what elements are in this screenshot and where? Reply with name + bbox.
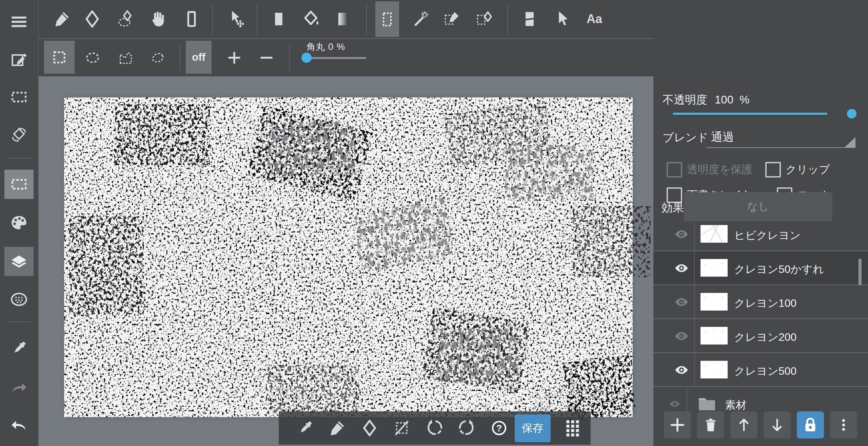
opacity-slider-thumb[interactable]: [847, 109, 856, 118]
sidebar-item-select-tool-active[interactable]: [4, 170, 34, 199]
layer-row[interactable]: クレヨン50かすれ: [653, 251, 868, 285]
checkbox-label: 透明度を保護: [687, 162, 752, 177]
marquee-icon: [10, 175, 28, 193]
tool-cursor[interactable]: [553, 10, 570, 28]
tool-frame[interactable]: [183, 10, 200, 28]
redo-button[interactable]: [10, 378, 28, 396]
sidebar-item-layers-active[interactable]: [4, 247, 34, 276]
layer-list-content: ヒビクレヨン クレヨン50かすれ クレヨン100 クレヨン200: [653, 223, 868, 411]
toolbar-divider: [366, 4, 367, 35]
zoom-in-button[interactable]: [225, 49, 243, 67]
toolbar-divider: [289, 45, 290, 71]
tool-gradient[interactable]: [334, 10, 351, 28]
select-shape-rectangle-active[interactable]: [44, 41, 75, 74]
visibility-toggle-eye-icon[interactable]: [673, 361, 690, 378]
visibility-toggle-eye-icon[interactable]: [673, 294, 690, 311]
visibility-toggle-eye-icon[interactable]: [673, 260, 690, 277]
layer-thumbnail: [701, 293, 728, 311]
arrow-up-icon: [736, 417, 752, 433]
toolbar-divider: [180, 45, 180, 71]
tool-select-pen[interactable]: [443, 10, 461, 28]
tool-shape-fill[interactable]: [270, 10, 288, 28]
tool-hand[interactable]: [148, 10, 166, 28]
eyedropper-icon: [10, 339, 28, 357]
layer-row[interactable]: クレヨン200: [653, 319, 868, 353]
lock-layer-button-active[interactable]: [797, 411, 824, 439]
dropdown-caret-icon[interactable]: [845, 137, 855, 147]
sidebar-item-palette[interactable]: [10, 214, 28, 231]
layer-row[interactable]: クレヨン100: [653, 285, 868, 319]
quick-eyedropper-button[interactable]: [296, 419, 314, 437]
layer-list-scrollbar[interactable]: [859, 259, 862, 285]
edit-canvas-icon: [10, 51, 28, 68]
menu-button[interactable]: [10, 13, 28, 31]
help-button[interactable]: ?: [490, 419, 508, 437]
move-layer-down-button[interactable]: [764, 411, 791, 439]
tool-transform-move[interactable]: [228, 10, 245, 28]
kebab-menu-icon: [835, 417, 852, 433]
sidebar-item-material[interactable]: [10, 291, 28, 308]
checkbox-protect-alpha[interactable]: 透明度を保護: [667, 162, 752, 178]
opacity-slider[interactable]: [673, 113, 827, 115]
checkbox-box[interactable]: [667, 162, 682, 178]
select-shape-ellipse[interactable]: [84, 49, 101, 67]
layer-row[interactable]: ヒビクレヨン: [653, 223, 868, 251]
layer-row[interactable]: クレヨン500: [653, 353, 868, 387]
rotate-cw-icon: [458, 419, 476, 437]
text-tool-label: Aa: [586, 10, 603, 28]
layer-thumbnail: [701, 225, 728, 243]
tool-eraser[interactable]: [83, 10, 101, 28]
layer-name: クレヨン50かすれ: [734, 262, 824, 277]
move-layer-up-button[interactable]: [730, 411, 757, 439]
marquee-icon: [378, 11, 396, 28]
antialias-off-button[interactable]: off: [186, 41, 212, 74]
checkbox-box[interactable]: [765, 162, 781, 178]
grid-menu-button[interactable]: [564, 419, 581, 437]
effect-select-button[interactable]: なし: [684, 192, 832, 221]
corner-radius-slider[interactable]: [306, 57, 366, 59]
plus-icon: [669, 416, 686, 434]
layer-name: クレヨン100: [734, 296, 796, 311]
undo-button[interactable]: [10, 416, 28, 434]
sidebar-item-select[interactable]: [10, 88, 28, 106]
deselect-button[interactable]: [393, 419, 411, 437]
rotate-right-button[interactable]: [458, 419, 476, 437]
quick-pen-button[interactable]: [328, 419, 346, 437]
visibility-toggle-eye-icon[interactable]: [668, 397, 682, 411]
hamburger-icon: [10, 13, 28, 31]
sidebar-item-eyedropper[interactable]: [10, 339, 28, 357]
top-toolbar: Aa off 角丸0%: [39, 0, 653, 76]
drawing-canvas[interactable]: [64, 97, 633, 417]
select-shape-lasso[interactable]: [149, 49, 166, 67]
tool-text[interactable]: Aa: [586, 10, 603, 28]
layer-row[interactable]: 素材: [653, 387, 868, 411]
quick-eraser-button[interactable]: [361, 419, 378, 437]
tool-magic-wand[interactable]: [412, 10, 430, 28]
save-button[interactable]: 保存: [515, 414, 551, 442]
rotate-left-button[interactable]: [426, 419, 443, 437]
canvas-speckle-cluster: [573, 206, 651, 277]
corner-radius-slider-thumb[interactable]: [301, 53, 312, 63]
tool-pen[interactable]: [53, 10, 71, 28]
deselect-icon: [393, 419, 411, 437]
tool-bucket[interactable]: [303, 10, 321, 28]
blend-select[interactable]: 通過: [711, 129, 734, 145]
sidebar-item-transform[interactable]: [10, 126, 28, 144]
palette-icon: [10, 214, 28, 231]
delete-layer-button[interactable]: [697, 411, 724, 439]
sidebar-divider: [7, 321, 31, 322]
checkbox-clip[interactable]: クリップ: [765, 162, 830, 178]
visibility-toggle-eye-icon[interactable]: [673, 328, 690, 345]
zoom-out-button[interactable]: [258, 49, 275, 67]
tool-select-marquee-active[interactable]: [375, 1, 399, 37]
visibility-toggle-eye-icon[interactable]: [673, 226, 690, 243]
select-shape-polygon[interactable]: [117, 49, 135, 67]
sidebar-item-new-edit[interactable]: [10, 51, 28, 68]
add-layer-button[interactable]: [664, 411, 691, 439]
tool-lasso-eraser[interactable]: [116, 10, 134, 28]
tool-select-eraser[interactable]: [476, 10, 493, 28]
layer-panel: 不透明度100% ブレンド 通過 透明度を保護クリップ 下書きレイヤーロック 効…: [653, 0, 868, 446]
tool-divide-frame[interactable]: [521, 10, 538, 28]
undo-icon: [10, 416, 28, 434]
more-options-button[interactable]: [830, 411, 857, 439]
